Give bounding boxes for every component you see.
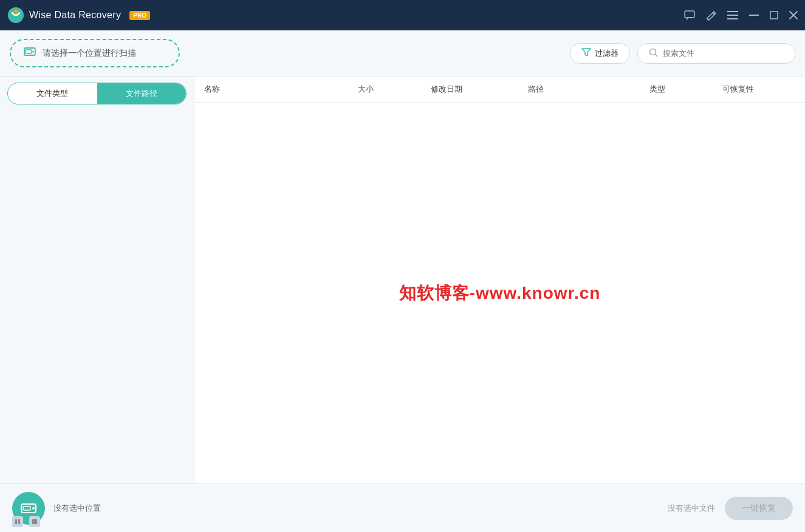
window-controls (684, 10, 798, 21)
tab-file-path[interactable]: 文件路径 (97, 83, 187, 104)
col-path: 路径 (528, 84, 649, 95)
col-date: 修改日期 (431, 84, 528, 95)
tab-switcher: 文件类型 文件路径 (7, 83, 187, 104)
scan-location-button[interactable]: 请选择一个位置进行扫描 (10, 39, 180, 67)
minimize-button[interactable] (749, 15, 759, 16)
scan-drive-icon (23, 45, 36, 61)
right-panel: 名称 大小 修改日期 路径 类型 可恢复性 知软博客-www.knowr.cn (194, 77, 805, 483)
edit-icon[interactable] (706, 10, 716, 21)
search-input[interactable] (663, 49, 784, 58)
tab-file-type[interactable]: 文件类型 (8, 83, 97, 104)
maximize-button[interactable] (770, 11, 778, 19)
svg-rect-16 (23, 506, 30, 510)
svg-rect-11 (26, 50, 32, 53)
table-header: 名称 大小 修改日期 路径 类型 可恢复性 (194, 77, 805, 103)
no-location-label: 没有选中位置 (53, 503, 101, 514)
logo-area: Wise Data Recovery PRO (7, 7, 150, 24)
pro-badge: PRO (129, 11, 150, 20)
svg-point-17 (32, 507, 35, 510)
main-area: 文件类型 文件路径 名称 大小 修改日期 路径 类型 可恢复性 知软博客-www… (0, 77, 805, 483)
title-bar: Wise Data Recovery PRO (0, 0, 805, 30)
watermark-text: 知软博客-www.knowr.cn (399, 282, 601, 305)
scan-location-label: 请选择一个位置进行扫描 (43, 48, 136, 59)
filter-icon (581, 48, 591, 58)
svg-line-14 (656, 54, 658, 56)
mini-controls (12, 516, 40, 527)
svg-rect-19 (18, 519, 20, 524)
message-icon[interactable] (684, 10, 695, 21)
app-title: Wise Data Recovery (29, 10, 121, 21)
stop-button[interactable] (29, 516, 40, 527)
svg-rect-7 (770, 12, 778, 19)
table-body: 知软博客-www.knowr.cn (194, 103, 805, 483)
svg-rect-2 (685, 11, 694, 18)
app-logo-icon (7, 7, 24, 24)
toolbar: 请选择一个位置进行扫描 过滤器 (0, 30, 805, 77)
close-button[interactable] (789, 11, 798, 19)
svg-point-12 (32, 51, 34, 53)
filter-label: 过滤器 (595, 48, 618, 59)
col-size: 大小 (358, 84, 431, 95)
pause-button[interactable] (12, 516, 23, 527)
col-recovery: 可恢复性 (722, 84, 795, 95)
col-type: 类型 (649, 84, 722, 95)
search-icon (649, 48, 658, 59)
menu-icon[interactable] (727, 11, 738, 19)
left-panel-content (0, 111, 194, 483)
recover-button[interactable]: 一键恢复 (725, 497, 793, 520)
svg-point-1 (14, 10, 18, 13)
filter-button[interactable]: 过滤器 (570, 43, 630, 64)
bottom-bar: 没有选中位置 没有选中文件 一键恢复 (0, 483, 805, 532)
svg-rect-20 (32, 519, 37, 524)
left-panel: 文件类型 文件路径 (0, 77, 194, 483)
svg-rect-18 (15, 519, 17, 524)
no-files-label: 没有选中文件 (668, 503, 715, 514)
search-box (637, 43, 795, 64)
col-name: 名称 (204, 84, 358, 95)
